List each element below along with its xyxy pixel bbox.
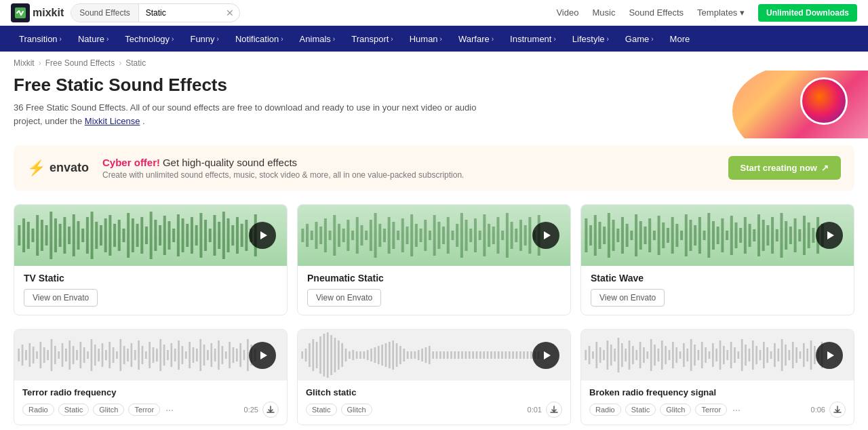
cat-human[interactable]: Human › bbox=[401, 26, 450, 52]
svg-rect-290 bbox=[519, 351, 521, 359]
svg-rect-277 bbox=[472, 351, 474, 359]
nav-music[interactable]: Music bbox=[592, 7, 615, 18]
more-tags-button-2[interactable]: ··· bbox=[731, 404, 742, 415]
cat-more[interactable]: More bbox=[662, 26, 698, 52]
svg-rect-89 bbox=[456, 224, 458, 247]
svg-rect-90 bbox=[460, 213, 463, 258]
featured-card-pneumatic: Pneumatic Static View on Envato bbox=[297, 204, 571, 315]
download-button-2[interactable] bbox=[829, 402, 846, 418]
svg-rect-125 bbox=[658, 216, 660, 255]
breadcrumb-free-sound[interactable]: Free Sound Effects bbox=[45, 58, 115, 68]
play-button-tv-static[interactable] bbox=[249, 222, 276, 249]
svg-rect-257 bbox=[399, 346, 401, 364]
svg-rect-62 bbox=[333, 215, 336, 256]
logo[interactable]: mixkit bbox=[11, 3, 64, 22]
svg-rect-329 bbox=[701, 342, 703, 368]
more-tags-button-0[interactable]: ··· bbox=[164, 404, 175, 415]
card-body-static-wave: Static Wave View on Envato bbox=[581, 266, 854, 315]
svg-rect-320 bbox=[669, 350, 671, 360]
start-creating-button[interactable]: Start creating now ↗ bbox=[728, 156, 841, 180]
svg-rect-133 bbox=[694, 225, 696, 246]
cat-transport[interactable]: Transport › bbox=[343, 26, 401, 52]
tag-radio-0[interactable]: Radio bbox=[22, 404, 54, 416]
cat-notification[interactable]: Notification › bbox=[227, 26, 292, 52]
svg-rect-115 bbox=[612, 220, 615, 251]
svg-rect-25 bbox=[127, 213, 130, 258]
cat-nature[interactable]: Nature › bbox=[70, 26, 117, 52]
play-button-static-wave[interactable] bbox=[816, 222, 843, 249]
duration-1: 0:01 bbox=[528, 406, 542, 414]
svg-rect-352 bbox=[785, 345, 787, 366]
cat-transport-label: Transport bbox=[351, 34, 389, 44]
play-button-glitch-static[interactable] bbox=[532, 342, 559, 369]
chevron-icon: › bbox=[391, 35, 393, 43]
tag-static-2[interactable]: Static bbox=[625, 404, 656, 416]
cat-funny[interactable]: Funny › bbox=[182, 26, 226, 52]
download-button-1[interactable] bbox=[546, 402, 562, 418]
tag-radio-2[interactable]: Radio bbox=[589, 404, 621, 416]
svg-rect-116 bbox=[616, 229, 619, 242]
cat-game[interactable]: Game › bbox=[617, 26, 662, 52]
tag-terror-0[interactable]: Terror bbox=[128, 404, 160, 416]
cat-technology[interactable]: Technology › bbox=[117, 26, 182, 52]
hero-section: Free Static Sound Effects 36 Free Static… bbox=[0, 71, 868, 138]
svg-rect-171 bbox=[47, 350, 49, 360]
chevron-icon: › bbox=[333, 35, 335, 43]
breadcrumb-current: Static bbox=[125, 58, 146, 68]
search-pill: Sound Effects ✕ bbox=[71, 3, 240, 22]
nav-video[interactable]: Video bbox=[556, 7, 578, 18]
search-category[interactable]: Sound Effects bbox=[71, 4, 139, 22]
svg-rect-134 bbox=[698, 217, 701, 254]
mixkit-license-link[interactable]: Mixkit License bbox=[85, 116, 140, 126]
view-envato-button-pneumatic[interactable]: View on Envato bbox=[307, 289, 381, 307]
envato-lightning-icon: ⚡ bbox=[27, 159, 45, 177]
envato-cyber-offer: Cyber offer! bbox=[102, 157, 160, 168]
svg-rect-20 bbox=[104, 218, 107, 252]
svg-rect-101 bbox=[511, 222, 513, 249]
tag-glitch-2[interactable]: Glitch bbox=[660, 404, 691, 416]
svg-rect-291 bbox=[523, 351, 525, 359]
svg-rect-120 bbox=[635, 214, 637, 256]
svg-rect-200 bbox=[153, 347, 155, 363]
svg-rect-210 bbox=[189, 342, 191, 368]
search-input[interactable] bbox=[139, 4, 220, 22]
svg-rect-114 bbox=[608, 213, 610, 258]
nav-templates[interactable]: Templates ▾ bbox=[697, 7, 745, 18]
cat-instrument[interactable]: Instrument › bbox=[502, 26, 564, 52]
breadcrumb-mixkit[interactable]: Mixkit bbox=[14, 58, 35, 68]
top-nav: mixkit Sound Effects ✕ Video Music Sound… bbox=[0, 0, 868, 26]
svg-rect-335 bbox=[723, 346, 725, 364]
play-button-pneumatic[interactable] bbox=[532, 222, 559, 249]
cat-transition[interactable]: Transition › bbox=[11, 26, 70, 52]
cat-warfare[interactable]: Warfare › bbox=[450, 26, 502, 52]
close-icon[interactable]: ✕ bbox=[220, 4, 239, 22]
svg-rect-166 bbox=[28, 343, 31, 367]
cat-animals[interactable]: Animals › bbox=[292, 26, 344, 52]
tag-terror-2[interactable]: Terror bbox=[695, 404, 727, 416]
svg-rect-117 bbox=[621, 217, 624, 254]
download-button-0[interactable] bbox=[262, 402, 279, 418]
envato-logo: ⚡ envato bbox=[27, 159, 89, 177]
svg-rect-317 bbox=[658, 349, 660, 361]
svg-rect-312 bbox=[639, 342, 642, 368]
cat-lifestyle[interactable]: Lifestyle › bbox=[564, 26, 617, 52]
cat-game-label: Game bbox=[625, 34, 649, 44]
svg-rect-80 bbox=[415, 224, 418, 247]
view-envato-button-static-wave[interactable]: View on Envato bbox=[591, 289, 665, 307]
svg-rect-10 bbox=[59, 224, 62, 247]
view-envato-button-tv-static[interactable]: View on Envato bbox=[24, 289, 98, 307]
svg-rect-16 bbox=[86, 217, 89, 254]
nav-sound-effects[interactable]: Sound Effects bbox=[629, 7, 684, 18]
svg-rect-112 bbox=[598, 222, 601, 249]
tag-glitch-0[interactable]: Glitch bbox=[93, 404, 124, 416]
unlimited-downloads-button[interactable]: Unlimited Downloads bbox=[758, 4, 857, 22]
play-button-broken-radio[interactable] bbox=[816, 342, 843, 369]
svg-rect-149 bbox=[766, 225, 769, 246]
svg-rect-159 bbox=[812, 228, 814, 243]
tag-glitch-1[interactable]: Glitch bbox=[341, 404, 372, 416]
svg-rect-239 bbox=[334, 338, 336, 372]
tag-static-1[interactable]: Static bbox=[306, 404, 337, 416]
tag-static-0[interactable]: Static bbox=[58, 404, 90, 416]
play-button-terror-radio[interactable] bbox=[249, 342, 276, 369]
svg-rect-230 bbox=[301, 351, 303, 359]
